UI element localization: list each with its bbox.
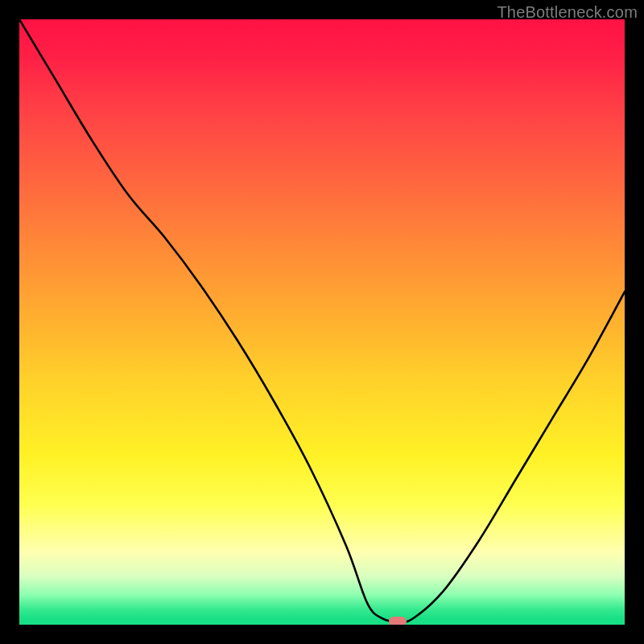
plot-area (19, 19, 625, 625)
watermark-text: TheBottleneck.com (497, 3, 638, 22)
bottleneck-curve (19, 19, 625, 625)
optimal-point-marker (389, 617, 407, 625)
chart-frame: TheBottleneck.com (0, 0, 644, 644)
